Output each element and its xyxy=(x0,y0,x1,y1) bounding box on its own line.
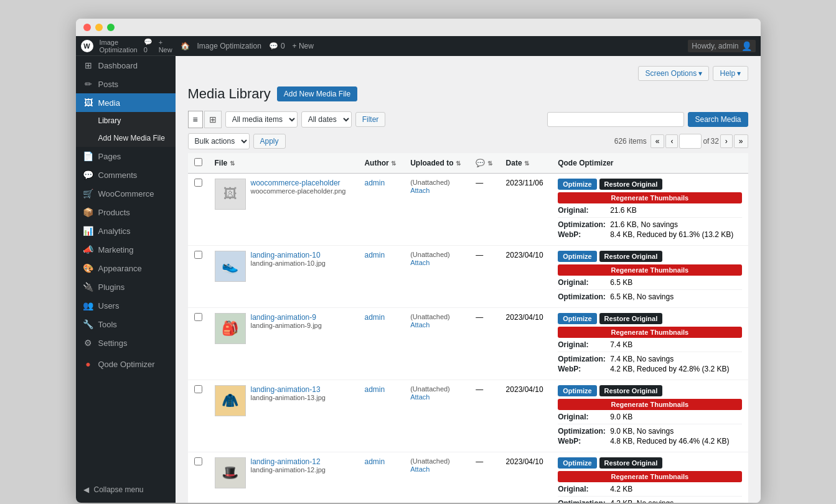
howdy-user[interactable]: Howdy, admin 👤 xyxy=(688,40,755,52)
filter-button[interactable]: Filter xyxy=(355,112,386,127)
optimize-button[interactable]: Optimize xyxy=(558,457,596,469)
restore-original-button[interactable]: Restore Original xyxy=(599,251,663,262)
close-dot[interactable] xyxy=(83,24,91,31)
library-label: Library xyxy=(98,116,121,125)
row-checkbox[interactable] xyxy=(194,179,202,187)
last-page-button[interactable]: » xyxy=(734,134,748,148)
sidebar-item-woocommerce[interactable]: 🛒 WooCommerce xyxy=(76,184,176,203)
comments-count[interactable]: 💬 0 xyxy=(144,38,153,54)
optimize-button[interactable]: Optimize xyxy=(558,385,596,396)
sidebar-item-library[interactable]: Library xyxy=(76,112,176,129)
comment-cell: — xyxy=(469,174,499,246)
search-media-button[interactable]: Search Media xyxy=(688,112,748,127)
bulk-right: 626 items « ‹ 1 of 32 › » xyxy=(614,134,748,149)
row-checkbox[interactable] xyxy=(194,313,202,321)
row-checkbox[interactable] xyxy=(194,251,202,259)
author-link[interactable]: admin xyxy=(364,313,385,322)
optimize-button[interactable]: Optimize xyxy=(558,313,596,324)
sidebar-item-qode-optimizer[interactable]: ● Qode Optimizer xyxy=(76,355,176,373)
sidebar-item-plugins[interactable]: 🔌 Plugins xyxy=(76,278,176,296)
sidebar-item-posts[interactable]: ✏ Posts xyxy=(76,75,176,93)
sidebar-item-users[interactable]: 👥 Users xyxy=(76,296,176,315)
next-page-button[interactable]: › xyxy=(720,134,733,148)
sidebar-item-marketing[interactable]: 📣 Marketing xyxy=(76,240,176,259)
dates-filter-select[interactable]: All dates xyxy=(301,111,352,128)
wp-home-icon[interactable]: 🏠 xyxy=(181,42,190,50)
sidebar-item-dashboard[interactable]: ⊞ Dashboard xyxy=(76,56,176,75)
file-name-link[interactable]: woocommerce-placeholder xyxy=(251,179,341,187)
restore-original-button[interactable]: Restore Original xyxy=(599,385,663,396)
search-input[interactable] xyxy=(547,112,684,127)
restore-original-button[interactable]: Restore Original xyxy=(599,313,663,324)
collapse-menu-button[interactable]: ◀ Collapse menu xyxy=(83,482,168,498)
sidebar-item-tools[interactable]: 🔧 Tools xyxy=(76,315,176,334)
sidebar-item-products[interactable]: 📦 Products xyxy=(76,203,176,222)
attach-link[interactable]: Attach xyxy=(410,259,430,266)
add-new-media-file-button[interactable]: Add New Media File xyxy=(277,86,357,101)
select-all-checkbox[interactable] xyxy=(194,158,202,166)
admin-bar-comments[interactable]: 💬 0 xyxy=(269,42,285,50)
comment-cell: — xyxy=(469,246,499,308)
attach-link[interactable]: Attach xyxy=(410,393,430,401)
date-cell: 2023/04/10 xyxy=(500,452,552,503)
optimize-button[interactable]: Optimize xyxy=(558,251,596,262)
date-header[interactable]: Date ⇅ xyxy=(500,153,552,174)
author-header[interactable]: Author ⇅ xyxy=(358,153,404,174)
media-filter-select[interactable]: All media items xyxy=(225,111,298,128)
file-name-link[interactable]: landing-animation-9 xyxy=(251,313,316,322)
minimize-dot[interactable] xyxy=(95,24,103,31)
sidebar-item-analytics[interactable]: 📊 Analytics xyxy=(76,222,176,240)
author-link[interactable]: admin xyxy=(364,385,385,394)
attach-link[interactable]: Attach xyxy=(410,187,430,194)
row-checkbox[interactable] xyxy=(194,385,202,393)
file-cell: 🎒 landing-animation-9 landing-animation-… xyxy=(209,308,359,380)
file-name-link[interactable]: landing-animation-10 xyxy=(251,251,321,259)
current-page-input[interactable]: 1 xyxy=(679,134,702,149)
qode-btn-row: Optimize Restore Original xyxy=(558,457,741,469)
regenerate-thumbnails-button[interactable]: Regenerate Thumbnails xyxy=(558,471,741,482)
sidebar-item-media[interactable]: 🖼 Media xyxy=(76,93,176,112)
optimization-value: 6.5 KB, No savings xyxy=(610,292,674,301)
file-header[interactable]: File ⇅ xyxy=(209,153,359,174)
maximize-dot[interactable] xyxy=(107,24,115,31)
table-row: 🎩 landing-animation-12 landing-animation… xyxy=(188,452,748,503)
author-link[interactable]: admin xyxy=(364,179,385,187)
file-name-link[interactable]: landing-animation-13 xyxy=(251,385,321,394)
pages-icon: 📄 xyxy=(83,151,93,161)
author-link[interactable]: admin xyxy=(364,251,385,259)
optimize-button[interactable]: Optimize xyxy=(558,179,596,190)
admin-bar-image-opt[interactable]: Image Optimization xyxy=(197,42,261,50)
grid-view-button[interactable]: ⊞ xyxy=(204,111,222,128)
screen-options-button[interactable]: Screen Options ▾ xyxy=(638,66,709,81)
sidebar-admin-bar-item[interactable]: Image Optimization xyxy=(100,39,138,54)
regenerate-thumbnails-button[interactable]: Regenerate Thumbnails xyxy=(558,192,741,203)
apply-button[interactable]: Apply xyxy=(253,134,286,149)
regenerate-thumbnails-button[interactable]: Regenerate Thumbnails xyxy=(558,327,741,338)
regenerate-thumbnails-button[interactable]: Regenerate Thumbnails xyxy=(558,399,741,410)
date-value: 2023/04/10 xyxy=(506,251,543,259)
bulk-actions-select[interactable]: Bulk actions xyxy=(188,133,250,149)
row-checkbox[interactable] xyxy=(194,457,202,465)
wp-logo[interactable]: W xyxy=(81,40,93,52)
restore-original-button[interactable]: Restore Original xyxy=(599,179,663,190)
regenerate-thumbnails-button[interactable]: Regenerate Thumbnails xyxy=(558,264,741,276)
admin-bar-new[interactable]: + New xyxy=(293,42,314,50)
optimization-value: 21.6 KB, No savings xyxy=(610,220,678,229)
comment-header[interactable]: 💬 ⇅ xyxy=(469,153,499,174)
uploaded-header[interactable]: Uploaded to ⇅ xyxy=(404,153,469,174)
author-link[interactable]: admin xyxy=(364,457,385,466)
sidebar-item-comments[interactable]: 💬 Comments xyxy=(76,166,176,184)
new-link[interactable]: + New xyxy=(159,39,172,54)
prev-page-button[interactable]: ‹ xyxy=(665,134,678,148)
list-view-button[interactable]: ≡ xyxy=(188,111,203,128)
first-page-button[interactable]: « xyxy=(650,134,665,148)
attach-link[interactable]: Attach xyxy=(410,321,430,329)
attach-link[interactable]: Attach xyxy=(410,465,430,473)
sidebar-item-add-new-media[interactable]: Add New Media File xyxy=(76,129,176,147)
file-name-link[interactable]: landing-animation-12 xyxy=(251,457,321,466)
sidebar-item-pages[interactable]: 📄 Pages xyxy=(76,147,176,166)
sidebar-item-appearance[interactable]: 🎨 Appearance xyxy=(76,259,176,278)
help-button[interactable]: Help ▾ xyxy=(713,66,748,81)
sidebar-item-settings[interactable]: ⚙ Settings xyxy=(76,334,176,352)
restore-original-button[interactable]: Restore Original xyxy=(599,457,663,469)
